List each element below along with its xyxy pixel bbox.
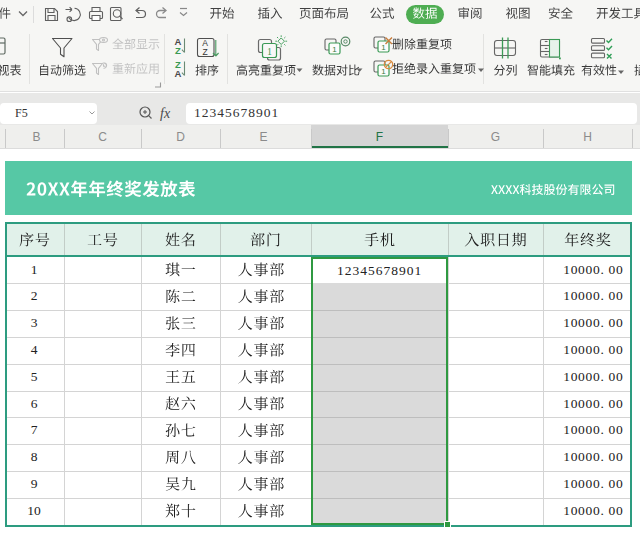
svg-text:1: 1	[332, 45, 337, 54]
svg-text:Z: Z	[202, 47, 207, 57]
svg-text:A: A	[175, 68, 182, 79]
svg-text:fx: fx	[160, 106, 171, 121]
svg-text:1: 1	[381, 43, 386, 52]
svg-text:1: 1	[267, 46, 272, 57]
svg-text:Z: Z	[175, 45, 181, 56]
